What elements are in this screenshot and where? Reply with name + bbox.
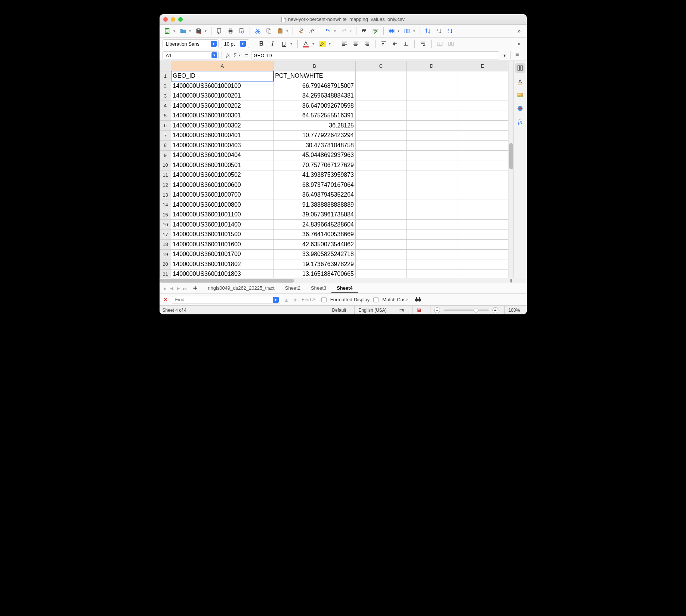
- cell[interactable]: [457, 220, 508, 230]
- bold-button[interactable]: B: [257, 39, 266, 48]
- align-middle-button[interactable]: [390, 39, 399, 48]
- font-size-combo[interactable]: ▼: [221, 39, 249, 48]
- cell[interactable]: [457, 160, 508, 170]
- cell[interactable]: [356, 150, 407, 160]
- cell[interactable]: 86.4987945352264: [274, 190, 356, 200]
- vertical-scrollbar[interactable]: [508, 61, 513, 278]
- find-next-button[interactable]: ▼: [293, 297, 298, 303]
- paste-button[interactable]: [275, 26, 285, 36]
- cell[interactable]: 1400000US36001000202: [171, 101, 274, 111]
- cell[interactable]: [406, 141, 457, 151]
- cell-reference-input[interactable]: [166, 53, 212, 58]
- cell[interactable]: [457, 150, 508, 160]
- unmerge-cells-button[interactable]: [446, 39, 455, 48]
- vertical-scroll-thumb[interactable]: [509, 143, 513, 169]
- cell[interactable]: 64.5752555516391: [274, 111, 356, 121]
- spreadsheet-grid[interactable]: ABCDE1GEO_IDPCT_NONWHITE21400000US360010…: [160, 61, 508, 278]
- new-document-button[interactable]: [163, 26, 172, 36]
- cell[interactable]: 1400000US36001001100: [171, 210, 274, 220]
- undo-button[interactable]: [323, 26, 333, 36]
- cell[interactable]: [406, 269, 457, 278]
- row-header[interactable]: 4: [160, 101, 171, 111]
- cell[interactable]: GEO_ID: [171, 71, 274, 81]
- cell[interactable]: [356, 160, 407, 170]
- find-binoculars-button[interactable]: [414, 295, 422, 304]
- cell[interactable]: 41.3938753959873: [274, 170, 356, 180]
- status-selection-mode[interactable]: [395, 306, 408, 314]
- sheet-tab[interactable]: Sheet4: [331, 284, 358, 293]
- cell[interactable]: 33.9805825242718: [274, 249, 356, 259]
- find-combo[interactable]: ▼: [172, 296, 280, 304]
- cell[interactable]: [406, 160, 457, 170]
- row-header[interactable]: 8: [160, 141, 171, 151]
- cell[interactable]: [457, 111, 508, 121]
- status-style[interactable]: Default: [328, 306, 350, 314]
- cell[interactable]: [356, 190, 407, 200]
- cell[interactable]: [457, 230, 508, 240]
- cell[interactable]: [406, 180, 457, 190]
- spellcheck-button[interactable]: ABC: [371, 26, 380, 36]
- cell[interactable]: [457, 81, 508, 91]
- row-button[interactable]: [387, 26, 396, 36]
- tab-prev-button[interactable]: ◀: [169, 286, 174, 292]
- column-header-E[interactable]: E: [457, 61, 508, 71]
- column-button[interactable]: [402, 26, 412, 36]
- select-all-corner[interactable]: [160, 61, 171, 71]
- cell-reference-box[interactable]: ▼: [163, 51, 219, 59]
- find-prev-button[interactable]: ▲: [284, 297, 289, 303]
- sidebar-navigator-button[interactable]: [515, 104, 525, 113]
- print-button[interactable]: [226, 26, 235, 36]
- cell[interactable]: 1400000US36001001803: [171, 269, 274, 278]
- cell[interactable]: 1400000US36001000301: [171, 111, 274, 121]
- cell[interactable]: 19.1736763978229: [274, 259, 356, 270]
- align-top-button[interactable]: [379, 39, 388, 48]
- cell[interactable]: 1400000US36001001700: [171, 249, 274, 259]
- cell[interactable]: [406, 111, 457, 121]
- cell[interactable]: [457, 210, 508, 220]
- column-header-D[interactable]: D: [406, 61, 457, 71]
- horizontal-scrollbar[interactable]: [160, 278, 527, 283]
- formula-expand-button[interactable]: ▼: [501, 53, 509, 58]
- open-dropdown[interactable]: ▼: [189, 30, 192, 33]
- cell[interactable]: [356, 259, 407, 270]
- horizontal-scroll-thumb[interactable]: [160, 279, 294, 283]
- cell[interactable]: 30.473781048758: [274, 141, 356, 151]
- cell[interactable]: [406, 150, 457, 160]
- cell[interactable]: [356, 230, 407, 240]
- cell[interactable]: 1400000US36001000700: [171, 190, 274, 200]
- copy-button[interactable]: [264, 26, 274, 36]
- font-color-dropdown[interactable]: ▼: [312, 42, 316, 46]
- cell[interactable]: [406, 81, 457, 91]
- row-header[interactable]: 1: [160, 71, 171, 81]
- cell[interactable]: [457, 269, 508, 278]
- row-header[interactable]: 19: [160, 249, 171, 259]
- zoom-out-button[interactable]: −: [434, 307, 440, 313]
- cell[interactable]: [406, 121, 457, 131]
- new-dropdown[interactable]: ▼: [173, 30, 177, 33]
- cell[interactable]: [356, 81, 407, 91]
- formula-equals-button[interactable]: =: [244, 52, 250, 58]
- sheet-tab[interactable]: nhgis0049_ds262_20225_tract: [203, 284, 280, 293]
- cell[interactable]: 1400000US36001000502: [171, 170, 274, 180]
- cell[interactable]: [356, 170, 407, 180]
- align-right-button[interactable]: [362, 39, 371, 48]
- paste-dropdown[interactable]: ▼: [286, 30, 290, 33]
- cell[interactable]: [406, 71, 457, 81]
- font-name-input[interactable]: [166, 41, 211, 47]
- wrap-text-button[interactable]: [418, 39, 427, 48]
- find-all-button[interactable]: Find All: [302, 297, 318, 302]
- row-header[interactable]: 13: [160, 190, 171, 200]
- cell[interactable]: [356, 269, 407, 278]
- find-input[interactable]: [175, 297, 273, 302]
- sidebar-functions-button[interactable]: fx: [515, 117, 525, 127]
- sidebar-gallery-button[interactable]: [515, 90, 525, 100]
- cell[interactable]: [406, 200, 457, 210]
- cell[interactable]: [457, 121, 508, 131]
- align-left-button[interactable]: [340, 39, 349, 48]
- tab-last-button[interactable]: ⏭: [182, 286, 188, 292]
- cell[interactable]: 84.2596348884381: [274, 91, 356, 101]
- cell[interactable]: 91.3888888888889: [274, 200, 356, 210]
- cell[interactable]: [457, 130, 508, 141]
- cell[interactable]: [356, 71, 407, 81]
- column-dropdown[interactable]: ▼: [413, 30, 417, 33]
